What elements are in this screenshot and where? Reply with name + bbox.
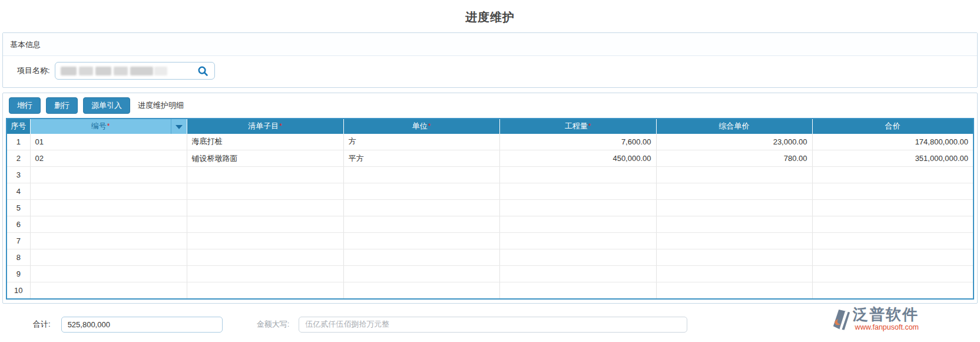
basic-info-panel: 基本信息 项目名称: [2, 32, 978, 88]
cell-item[interactable] [187, 233, 343, 249]
project-name-input[interactable] [55, 62, 215, 80]
table-row: 9 [6, 266, 974, 282]
project-name-label: 项目名称: [17, 65, 50, 76]
cell-unit_price[interactable] [656, 282, 812, 299]
column-dropdown-button[interactable] [171, 119, 187, 134]
column-header-unit: 单位* [343, 119, 499, 134]
redacted-text-block [95, 67, 111, 75]
row-number-cell: 1 [6, 134, 30, 150]
fanpu-logo-icon [832, 308, 850, 334]
cell-total[interactable] [812, 233, 974, 249]
cell-unit_price[interactable]: 780.00 [656, 150, 812, 167]
cell-total[interactable] [812, 200, 974, 216]
table-row: 7 [6, 233, 974, 249]
detail-panel: 增行 删行 源单引入 进度维护明细 序号编号*清单子目*单位*工程量*综合单价合… [2, 93, 978, 304]
cell-unit[interactable]: 平方 [343, 150, 499, 167]
cell-item[interactable] [187, 167, 343, 183]
cell-code[interactable] [30, 249, 187, 266]
cell-code[interactable]: 01 [30, 134, 187, 150]
redacted-text-block [154, 67, 167, 75]
cell-unit[interactable] [343, 249, 499, 266]
cell-code[interactable] [30, 282, 187, 299]
cell-item[interactable] [187, 216, 343, 233]
cell-code[interactable] [30, 233, 187, 249]
cell-unit_price[interactable] [656, 233, 812, 249]
required-asterisk: * [588, 122, 591, 130]
cell-quantity[interactable]: 7,600.00 [499, 134, 656, 150]
basic-info-section-title: 基本信息 [3, 33, 977, 56]
cell-item[interactable]: 海底打桩 [187, 134, 343, 150]
table-header-row: 序号编号*清单子目*单位*工程量*综合单价合价 [6, 119, 974, 134]
cell-quantity[interactable] [499, 233, 656, 249]
cell-item[interactable] [187, 183, 343, 200]
chevron-down-icon [176, 125, 183, 129]
cell-total[interactable] [812, 167, 974, 183]
cell-code[interactable]: 02 [30, 150, 187, 167]
cell-code[interactable] [30, 200, 187, 216]
redacted-text-block [130, 67, 153, 75]
cell-unit[interactable] [343, 216, 499, 233]
add-row-button[interactable]: 增行 [9, 97, 41, 114]
cell-unit_price[interactable] [656, 266, 812, 282]
cell-item[interactable] [187, 200, 343, 216]
cell-quantity[interactable]: 450,000.00 [499, 150, 656, 167]
cell-quantity[interactable] [499, 200, 656, 216]
cell-code[interactable] [30, 167, 187, 183]
total-input[interactable] [61, 317, 223, 333]
cell-unit[interactable] [343, 266, 499, 282]
cell-quantity[interactable] [499, 183, 656, 200]
cell-quantity[interactable] [499, 216, 656, 233]
amount-words-input [299, 317, 687, 333]
cell-unit[interactable] [343, 282, 499, 299]
cell-total[interactable] [812, 266, 974, 282]
cell-unit_price[interactable] [656, 200, 812, 216]
cell-unit[interactable]: 方 [343, 134, 499, 150]
cell-total[interactable] [812, 249, 974, 266]
cell-unit_price[interactable]: 23,000.00 [656, 134, 812, 150]
cell-code[interactable] [30, 266, 187, 282]
cell-total[interactable] [812, 216, 974, 233]
column-header-seq: 序号 [6, 119, 30, 134]
cell-item[interactable] [187, 249, 343, 266]
column-header-item: 清单子目* [187, 119, 343, 134]
cell-unit[interactable] [343, 183, 499, 200]
table-row: 6 [6, 216, 974, 233]
redacted-text-block [61, 67, 77, 75]
table-row: 101海底打桩方7,600.0023,000.00174,800,000.00 [6, 134, 974, 150]
brand-name: 泛普软件 [853, 307, 919, 323]
cell-code[interactable] [30, 183, 187, 200]
redacted-text-block [114, 67, 128, 75]
delete-row-button[interactable]: 删行 [46, 97, 78, 114]
cell-item[interactable] [187, 266, 343, 282]
required-asterisk: * [428, 122, 431, 130]
cell-item[interactable]: 铺设桥墩路面 [187, 150, 343, 167]
cell-total[interactable]: 174,800,000.00 [812, 134, 974, 150]
cell-unit_price[interactable] [656, 249, 812, 266]
cell-quantity[interactable] [499, 282, 656, 299]
cell-total[interactable] [812, 282, 974, 299]
cell-unit[interactable] [343, 167, 499, 183]
cell-unit_price[interactable] [656, 216, 812, 233]
cell-quantity[interactable] [499, 266, 656, 282]
cell-unit_price[interactable] [656, 167, 812, 183]
basic-info-body: 项目名称: [3, 56, 977, 87]
cell-unit_price[interactable] [656, 183, 812, 200]
cell-unit[interactable] [343, 200, 499, 216]
row-number-cell: 4 [6, 183, 30, 200]
row-number-cell: 9 [6, 266, 30, 282]
search-icon[interactable] [197, 65, 208, 79]
cell-total[interactable] [812, 183, 974, 200]
row-number-cell: 3 [6, 167, 30, 183]
cell-code[interactable] [30, 216, 187, 233]
cell-item[interactable] [187, 282, 343, 299]
cell-quantity[interactable] [499, 167, 656, 183]
row-number-cell: 8 [6, 249, 30, 266]
table-row: 4 [6, 183, 974, 200]
import-source-button[interactable]: 源单引入 [83, 97, 130, 114]
page: 进度维护 基本信息 项目名称: 增行 [2, 0, 978, 342]
table-row: 5 [6, 200, 974, 216]
cell-quantity[interactable] [499, 249, 656, 266]
cell-unit[interactable] [343, 233, 499, 249]
total-label: 合计: [33, 319, 51, 330]
cell-total[interactable]: 351,000,000.00 [812, 150, 974, 167]
